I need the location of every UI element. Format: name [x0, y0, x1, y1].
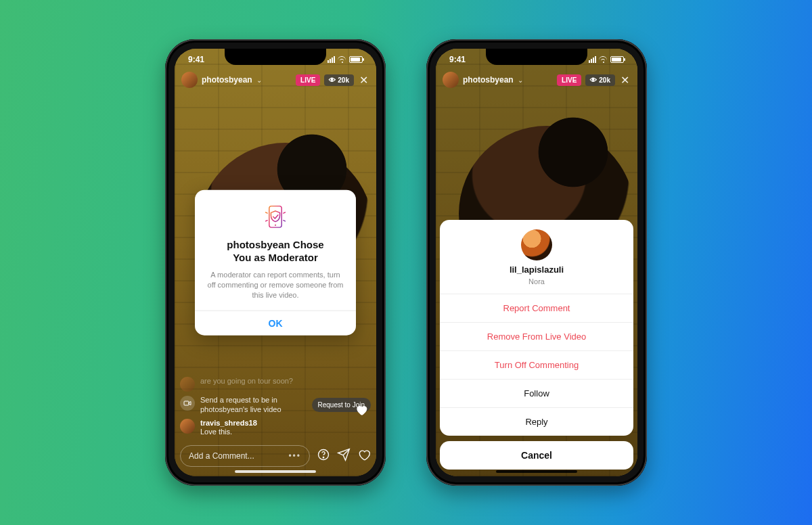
chevron-down-icon[interactable]: ⌄ [518, 76, 523, 84]
status-right [589, 56, 624, 63]
close-icon[interactable]: ✕ [619, 74, 631, 87]
modal-title: photosbyean Chose You as Moderator [207, 239, 344, 265]
screen: 9:41 photosbyean ⌄ LIVE 👁 20k ✕ [436, 49, 637, 476]
cancel-button[interactable]: Cancel [440, 441, 633, 470]
comment-input[interactable]: Add a Comment... ••• [180, 445, 310, 467]
video-icon [180, 396, 195, 411]
comment-placeholder: Add a Comment... [189, 451, 254, 461]
send-icon[interactable] [337, 448, 351, 465]
viewer-count-pill[interactable]: 👁 20k [324, 74, 354, 86]
wifi-icon [338, 56, 346, 63]
eye-icon: 👁 [329, 76, 336, 84]
chevron-down-icon[interactable]: ⌄ [256, 76, 262, 84]
live-badge: LIVE [557, 74, 581, 86]
host-avatar[interactable] [443, 72, 459, 88]
action-sheet: lil_lapislazuli Nora Report Comment Remo… [440, 220, 633, 436]
join-text-line2: photosbyean's live video [200, 405, 281, 415]
battery-icon [349, 56, 363, 63]
status-time: 9:41 [188, 55, 204, 64]
home-indicator[interactable] [235, 470, 316, 473]
report-comment-button[interactable]: Report Comment [440, 294, 633, 322]
screen: 9:41 photosbyean ⌄ LIVE 👁 20k ✕ are you [175, 49, 376, 476]
svg-rect-0 [184, 401, 189, 405]
live-header: photosbyean ⌄ LIVE 👁 20k ✕ [436, 72, 637, 88]
comment-row[interactable]: travis_shreds18 Love this. [180, 419, 371, 438]
modal-body: A moderator can report comments, turn of… [207, 269, 344, 300]
signal-icon [328, 56, 335, 63]
phone-left: 9:41 photosbyean ⌄ LIVE 👁 20k ✕ are you [165, 39, 386, 486]
join-request-row: Send a request to be in photosbyean's li… [180, 396, 371, 415]
ok-button[interactable]: OK [195, 310, 356, 335]
signal-icon [589, 56, 596, 63]
viewer-count: 20k [599, 76, 610, 84]
comment-text: are you going on tour soon? [200, 377, 293, 386]
follow-button[interactable]: Follow [440, 379, 633, 407]
live-badge: LIVE [296, 74, 320, 86]
comment-row[interactable]: are you going on tour soon? [180, 377, 371, 392]
moderation-action-sheet: lil_lapislazuli Nora Report Comment Remo… [440, 220, 633, 470]
target-username: lil_lapislazuli [440, 265, 633, 275]
target-displayname: Nora [528, 277, 545, 286]
heart-icon[interactable] [357, 448, 371, 465]
sheet-header: lil_lapislazuli Nora [440, 220, 633, 294]
moderator-modal: photosbyean Chose You as Moderator A mod… [195, 190, 356, 336]
question-icon[interactable] [317, 448, 330, 465]
reply-button[interactable]: Reply [440, 407, 633, 436]
status-bar: 9:41 [436, 53, 637, 66]
host-username[interactable]: photosbyean [463, 75, 514, 85]
live-header: photosbyean ⌄ LIVE 👁 20k ✕ [175, 72, 376, 88]
more-icon[interactable]: ••• [288, 451, 301, 461]
battery-icon [610, 56, 624, 63]
close-icon[interactable]: ✕ [358, 74, 369, 87]
host-username[interactable]: photosbyean [202, 75, 252, 85]
host-avatar[interactable] [181, 72, 198, 88]
moderator-shield-icon [207, 204, 344, 232]
eye-icon: 👁 [590, 76, 597, 84]
status-right [328, 56, 363, 63]
avatar [180, 419, 195, 434]
viewer-count: 20k [338, 76, 349, 84]
join-text-line1: Send a request to be in [200, 396, 281, 405]
remove-from-live-button[interactable]: Remove From Live Video [440, 322, 633, 350]
viewer-count-pill[interactable]: 👁 20k [585, 74, 615, 86]
status-time: 9:41 [449, 55, 466, 64]
bottom-bar: Add a Comment... ••• [180, 445, 371, 467]
target-avatar[interactable] [521, 229, 552, 260]
comment-stack: are you going on tour soon? Send a reque… [180, 377, 371, 437]
wifi-icon [599, 56, 608, 63]
heart-icon [355, 403, 368, 417]
comment-text: Love this. [200, 428, 257, 437]
comment-user: travis_shreds18 [200, 419, 257, 428]
home-indicator[interactable] [496, 470, 577, 473]
svg-point-2 [323, 457, 323, 457]
status-bar: 9:41 [175, 53, 376, 66]
svg-point-4 [275, 225, 276, 226]
avatar [180, 377, 195, 392]
turn-off-commenting-button[interactable]: Turn Off Commenting [440, 350, 633, 379]
phone-right: 9:41 photosbyean ⌄ LIVE 👁 20k ✕ [426, 39, 647, 486]
